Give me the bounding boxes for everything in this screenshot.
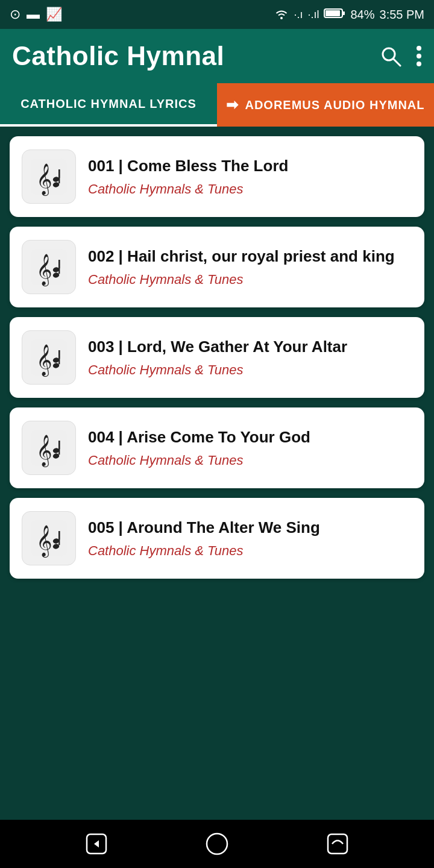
hymn-icon-003: 𝄞 [22,330,76,385]
svg-rect-3 [342,11,345,15]
svg-text:𝄞: 𝄞 [36,525,52,558]
arrow-icon: ➡ [226,96,239,113]
svg-point-6 [417,46,421,51]
tab-lyrics[interactable]: CATHOLIC HYMNAL LYRICS [0,83,217,127]
time-display: 3:55 PM [380,8,424,22]
hymn-icon-001: 𝄞 [22,149,76,204]
home-button[interactable] [199,826,235,862]
status-bar: ⊙ ▬ 📈 ·.ı ·.ıl 84% 3:55 PM [0,0,434,29]
battery-percent: 84% [350,8,374,22]
svg-point-45 [207,834,227,854]
battery-icon [324,7,345,22]
app-title: Catholic Hymnal [12,41,224,71]
recent-apps-button[interactable] [319,826,356,862]
status-right-icons: ·.ı ·.ıl 84% 3:55 PM [274,7,424,22]
svg-text:𝄞: 𝄞 [36,344,52,377]
bottom-nav [0,820,434,868]
hymn-card-002[interactable]: 𝄞 002 | Hail christ, our royal priest an… [10,227,424,307]
record-icon: ⊙ [10,7,20,22]
tab-audio[interactable]: ➡ ADOREMUS AUDIO HYMNAL [217,83,434,127]
tab-bar: CATHOLIC HYMNAL LYRICS ➡ ADOREMUS AUDIO … [0,83,434,127]
hymn-subtitle-002: Catholic Hymnals & Tunes [88,272,412,288]
hymn-icon-004: 𝄞 [22,421,76,475]
hymn-info-001: 001 | Come Bless The Lord Catholic Hymna… [88,156,412,197]
search-button[interactable] [380,45,401,67]
hymn-card-001[interactable]: 𝄞 001 | Come Bless The Lord Catholic Hym… [10,136,424,217]
hymn-info-003: 003 | Lord, We Gather At Your Altar Cath… [88,337,412,378]
hymn-card-003[interactable]: 𝄞 003 | Lord, We Gather At Your Altar Ca… [10,317,424,398]
hymn-info-002: 002 | Hail christ, our royal priest and … [88,247,412,288]
hymn-info-005: 005 | Around The Alter We Sing Catholic … [88,518,412,559]
svg-text:𝄞: 𝄞 [36,254,52,287]
hymn-subtitle-003: Catholic Hymnals & Tunes [88,362,412,378]
svg-rect-46 [328,834,347,854]
svg-text:𝄞: 𝄞 [36,435,52,468]
hymn-info-004: 004 | Arise Come To Your God Catholic Hy… [88,427,412,468]
hymn-icon-002: 𝄞 [22,240,76,294]
hymn-card-004[interactable]: 𝄞 004 | Arise Come To Your God Catholic … [10,407,424,488]
status-left-icons: ⊙ ▬ 📈 [10,7,62,22]
hymn-list: 𝄞 001 | Come Bless The Lord Catholic Hym… [0,127,434,820]
app-bar: Catholic Hymnal [0,29,434,83]
svg-point-8 [417,61,421,66]
svg-point-0 [280,17,283,19]
app-bar-actions [380,45,422,67]
hymn-card-005[interactable]: 𝄞 005 | Around The Alter We Sing Catholi… [10,498,424,579]
hymn-title-002: 002 | Hail christ, our royal priest and … [88,247,412,267]
hymn-icon-005: 𝄞 [22,511,76,565]
hymn-title-003: 003 | Lord, We Gather At Your Altar [88,337,412,357]
hymn-title-001: 001 | Come Bless The Lord [88,156,412,177]
hymn-subtitle-005: Catholic Hymnals & Tunes [88,543,412,559]
more-options-button[interactable] [416,45,422,67]
svg-text:𝄞: 𝄞 [36,163,52,197]
svg-rect-2 [326,10,340,16]
svg-line-5 [394,59,400,66]
activity-icon: 📈 [46,7,62,22]
signal2-icon: ·.ıl [307,8,319,21]
wifi-icon [274,7,289,22]
hymn-title-005: 005 | Around The Alter We Sing [88,518,412,538]
hymn-subtitle-001: Catholic Hymnals & Tunes [88,181,412,197]
window-icon: ▬ [27,7,40,22]
hymn-title-004: 004 | Arise Come To Your God [88,427,412,448]
back-button[interactable] [78,826,115,862]
signal1-icon: ·.ı [294,8,303,21]
svg-point-7 [417,54,421,58]
hymn-subtitle-004: Catholic Hymnals & Tunes [88,453,412,468]
